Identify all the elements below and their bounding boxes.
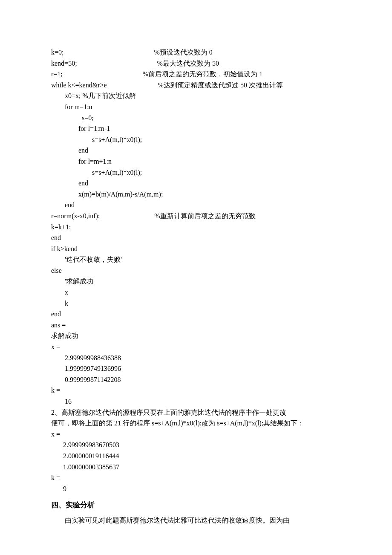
code-line: if k>kend <box>51 243 341 254</box>
code-line: 便可，即将上面的第 21 行的程序 s=s+A(m,l)*x0(l);改为 s=… <box>51 418 341 429</box>
code-line: '求解成功' <box>51 276 341 287</box>
code-line: 求解成功 <box>51 330 341 341</box>
code-line: k=k+1; <box>51 222 341 233</box>
code-line: '迭代不收敛，失败' <box>51 254 341 265</box>
code-line: r=norm(x-x0,inf); %重新计算前后项之差的无穷范数 <box>51 211 341 222</box>
code-line: k=0; %预设迭代次数为 0 <box>51 47 341 58</box>
code-line: else <box>51 265 341 276</box>
code-line: 2.000000019116444 <box>51 451 341 462</box>
code-line: x(m)=b(m)/A(m,m)-s/A(m,m); <box>51 189 341 200</box>
code-line: for l=1:m-1 <box>51 123 341 134</box>
code-line: end <box>51 199 341 211</box>
code-line: 0.999999871142208 <box>51 374 341 385</box>
code-line: 2.999999983670503 <box>51 439 341 451</box>
code-line: ans = <box>51 320 341 331</box>
code-line: while k<=kend&r>e %达到预定精度或迭代超过 50 次推出计算 <box>51 80 341 91</box>
code-line: end <box>51 232 341 243</box>
code-line: k <box>51 298 341 309</box>
code-line: 2.999999988436388 <box>51 353 341 364</box>
code-line: end <box>51 145 341 156</box>
section-heading: 四、实验分析 <box>51 499 341 511</box>
code-line: for l=m+1:n <box>51 156 341 167</box>
code-line: s=0; <box>51 113 341 124</box>
code-line: x <box>51 287 341 298</box>
code-line: end <box>51 178 341 189</box>
code-block: k=0; %预设迭代次数为 0kend=50; %最大迭代次数为 50r=1; … <box>51 47 341 494</box>
code-line: for m=1:n <box>51 101 341 113</box>
code-line: 2、高斯塞德尔迭代法的源程序只要在上面的雅克比迭代法的程序中作一处更改 <box>51 407 341 418</box>
code-line: r=1; %前后项之差的无穷范数，初始值设为 1 <box>51 69 341 80</box>
code-line: x = <box>51 429 341 440</box>
code-line: 1.000000003385637 <box>51 462 341 473</box>
code-line: 9 <box>51 483 341 494</box>
code-line: s=s+A(m,l)*x0(l); <box>51 167 341 178</box>
code-line: s=s+A(m,l)*x0(l); <box>51 134 341 145</box>
code-line: x = <box>51 341 341 353</box>
code-line: 1.999999749136996 <box>51 363 341 374</box>
analysis-paragraph: 由实验可见对此题高斯赛德尔迭代法比雅可比迭代法的收敛速度快。因为由 <box>51 515 341 526</box>
code-line: kend=50; %最大迭代次数为 50 <box>51 58 341 69</box>
code-line: x0=x; %几下前次近似解 <box>51 90 341 101</box>
page-body: k=0; %预设迭代次数为 0kend=50; %最大迭代次数为 50r=1; … <box>0 0 392 555</box>
code-line: 16 <box>51 396 341 407</box>
code-line: k = <box>51 472 341 483</box>
code-line: k = <box>51 385 341 396</box>
code-line: end <box>51 309 341 320</box>
